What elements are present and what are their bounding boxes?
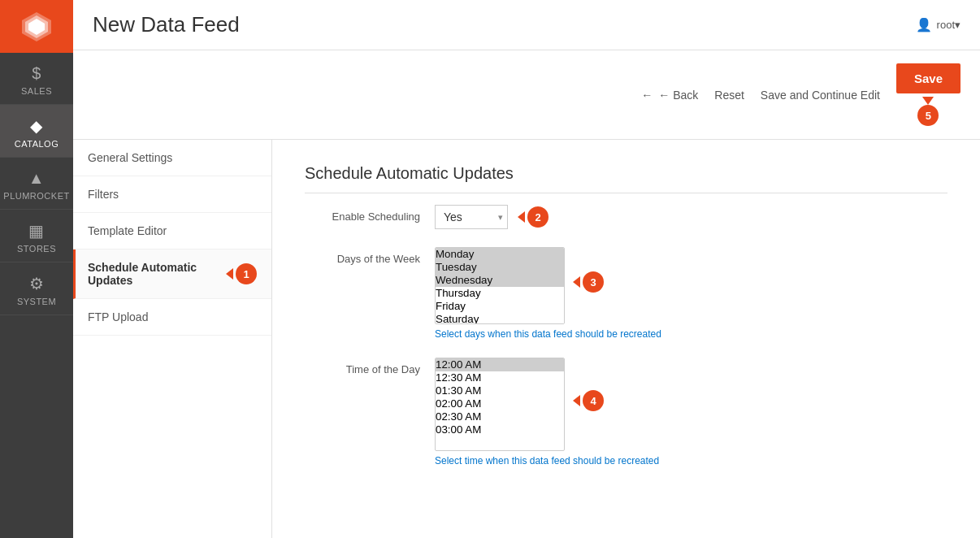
days-arrow-icon	[573, 276, 580, 288]
stores-icon: ▦	[28, 221, 45, 241]
days-of-week-listbox[interactable]: Monday Tuesday Wednesday Thursday Friday…	[435, 247, 565, 324]
logo[interactable]	[0, 0, 73, 53]
page-title: New Data Feed	[93, 12, 240, 37]
system-icon: ⚙	[29, 274, 45, 293]
save-continue-button[interactable]: Save and Continue Edit	[761, 89, 880, 102]
user-menu[interactable]: 👤 root ▾	[916, 17, 960, 33]
annotation-badge-2: 2	[527, 206, 549, 228]
left-nav: General Settings Filters Template Editor…	[73, 140, 272, 538]
back-button[interactable]: ← ← Back	[641, 89, 698, 102]
sidebar-item-stores[interactable]: ▦ STORES	[0, 210, 73, 262]
days-of-week-label: Days of the Week	[305, 247, 435, 267]
sidebar-item-catalog[interactable]: ◆ CATALOG	[0, 105, 73, 158]
page-content: Schedule Automatic Updates Enable Schedu…	[272, 140, 980, 538]
enable-scheduling-select-wrapper: Yes No ▾	[435, 205, 508, 229]
sidebar-item-plumrocket[interactable]: ▲ PLUMROCKET	[0, 158, 73, 210]
time-arrow-icon	[573, 395, 580, 406]
enable-scheduling-field: Yes No ▾ 2	[435, 205, 947, 229]
action-bar: ← ← Back Reset Save and Continue Edit Sa…	[73, 50, 980, 140]
days-of-week-hint: Select days when this data feed should b…	[435, 328, 947, 340]
enable-scheduling-label: Enable Scheduling	[305, 205, 435, 224]
annotation-badge-5: 5	[917, 105, 939, 126]
days-of-week-field: Monday Tuesday Wednesday Thursday Friday…	[435, 247, 947, 340]
time-of-day-hint: Select time when this data feed should b…	[435, 455, 947, 466]
time-of-day-label: Time of the Day	[305, 358, 435, 377]
enable-scheduling-select[interactable]: Yes No	[435, 205, 508, 229]
form-row-days-of-week: Days of the Week Monday Tuesday Wednesda…	[305, 247, 947, 340]
form-row-time-of-day: Time of the Day 12:00 AM 12:30 AM 01:30 …	[305, 358, 947, 466]
plumrocket-icon: ▲	[28, 169, 45, 188]
annotation-badge-3: 3	[583, 271, 604, 293]
time-of-day-listbox[interactable]: 12:00 AM 12:30 AM 01:30 AM 02:00 AM 02:3…	[435, 358, 565, 451]
top-header: New Data Feed 👤 root ▾	[73, 0, 980, 50]
enable-scheduling-arrow-icon	[518, 211, 525, 223]
reset-button[interactable]: Reset	[714, 89, 744, 102]
annotation-badge-4: 4	[583, 390, 604, 411]
main-content: New Data Feed 👤 root ▾ ← ← Back Reset Sa…	[73, 0, 980, 538]
sidebar: $ SALES ◆ CATALOG ▲ PLUMROCKET ▦ STORES …	[0, 0, 73, 538]
user-icon: 👤	[916, 17, 932, 33]
nav-arrow-icon	[226, 268, 233, 280]
nav-item-ftp-upload[interactable]: FTP Upload	[73, 299, 271, 336]
body-layout: General Settings Filters Template Editor…	[73, 140, 980, 538]
nav-item-filters[interactable]: Filters	[73, 176, 271, 213]
dollar-icon: $	[32, 64, 41, 83]
form-row-enable-scheduling: Enable Scheduling Yes No ▾	[305, 205, 947, 229]
section-title: Schedule Automatic Updates	[305, 164, 947, 193]
user-name: root	[937, 19, 955, 31]
back-arrow-icon: ←	[641, 89, 653, 102]
sidebar-item-system[interactable]: ⚙ SYSTEM	[0, 262, 73, 315]
sidebar-item-sales[interactable]: $ SALES	[0, 53, 73, 105]
nav-item-general-settings[interactable]: General Settings	[73, 140, 271, 176]
nav-item-schedule-automatic-updates[interactable]: Schedule Automatic Updates 1	[73, 249, 271, 299]
save-arrow-down-icon	[922, 97, 934, 105]
time-of-day-field: 12:00 AM 12:30 AM 01:30 AM 02:00 AM 02:3…	[435, 358, 947, 466]
catalog-icon: ◆	[30, 116, 43, 136]
annotation-badge-1: 1	[236, 263, 257, 284]
user-dropdown-icon: ▾	[955, 19, 960, 31]
save-button[interactable]: Save	[896, 63, 960, 93]
nav-item-template-editor[interactable]: Template Editor	[73, 213, 271, 249]
